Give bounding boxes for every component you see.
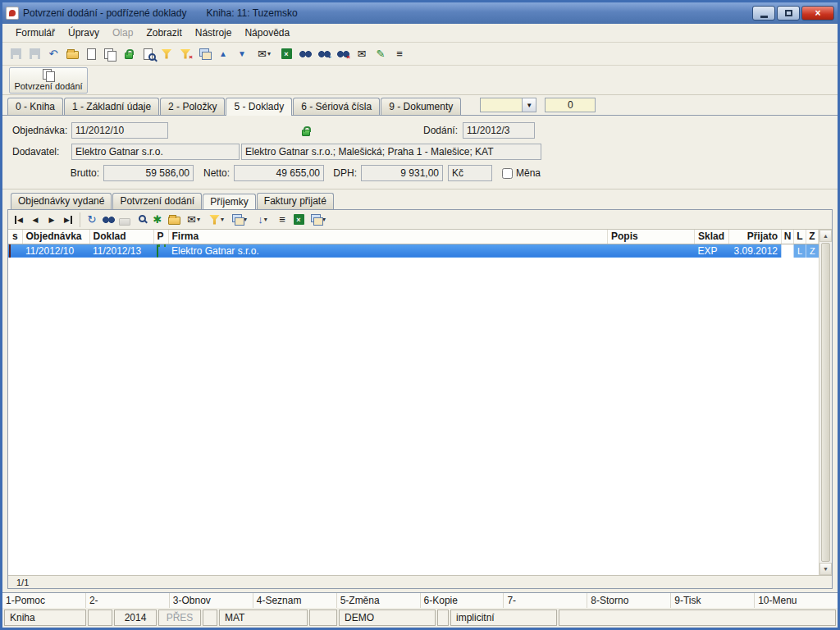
dph-field[interactable]: 9 931,00 [361, 165, 443, 181]
subtab-objednavky-vydane[interactable]: Objednávky vydané [11, 193, 112, 209]
tab-kniha[interactable]: 0 - Kniha [7, 98, 63, 115]
dodavatel-field[interactable]: Elektro Gatnar s.r.o. [71, 144, 240, 160]
cell-firma[interactable]: Elektro Gatnar s.r.o. [168, 244, 608, 258]
edit-note-button[interactable]: ✎ [372, 46, 389, 62]
fkey-8-storno[interactable]: 8-Storno [587, 593, 671, 608]
menu-formular[interactable]: Formulář [9, 25, 62, 41]
col-prijato[interactable]: Přijato [729, 230, 782, 244]
fkey-10-menu[interactable]: 10-Menu [755, 593, 838, 608]
tab-combo[interactable]: ▼ [480, 98, 536, 112]
preview-button[interactable] [139, 46, 156, 62]
open-button[interactable] [64, 46, 80, 62]
fkey-7[interactable]: 7- [504, 593, 587, 608]
grid-list-button[interactable]: ≡ [275, 212, 290, 227]
col-s[interactable]: s [8, 230, 22, 244]
col-sklad[interactable]: Sklad [695, 230, 729, 244]
tab-polozky[interactable]: 2 - Položky [160, 98, 225, 115]
import-button[interactable] [167, 212, 181, 227]
scroll-up-icon[interactable]: ▲ [819, 230, 832, 242]
grid-find-button[interactable] [101, 212, 116, 227]
tab-seriova-cisla[interactable]: 6 - Sériová čísla [293, 98, 380, 115]
menu-nastroje[interactable]: Nástroje [189, 25, 239, 41]
cell-sklad[interactable]: EXP [695, 244, 729, 258]
scroll-down-icon[interactable]: ▼ [819, 563, 832, 575]
currency-field[interactable]: Kč [448, 165, 492, 181]
dodavatel-full-field[interactable]: Elektro Gatnar s.r.o.; Malešická; Praha … [241, 144, 541, 160]
cell-prijato[interactable]: 3.09.2012 [729, 244, 782, 258]
grid-filter-button[interactable]: ▾ [206, 212, 227, 227]
send-menu-button[interactable]: ✉▾ [253, 46, 276, 62]
find-special-button[interactable]: × [335, 46, 351, 62]
fkey-6-kopie[interactable]: 6-Kopie [421, 593, 504, 608]
subtab-faktury-prijate[interactable]: Faktury přijaté [257, 193, 334, 209]
col-objednavka[interactable]: Objednávka [22, 230, 89, 244]
fkey-9-tisk[interactable]: 9-Tisk [671, 593, 755, 608]
col-firma[interactable]: Firma [168, 230, 608, 244]
fkey-5-zmena[interactable]: 5-Změna [337, 593, 421, 608]
move-down-button[interactable]: ▼ [234, 46, 250, 62]
subtab-potvrzeni-dodani[interactable]: Potvrzení dodání [112, 193, 202, 209]
cell-objednavka[interactable]: 11/2012/10 [22, 244, 89, 258]
cell-l[interactable]: L [794, 244, 806, 258]
grid-send-button[interactable]: ✉▾ [183, 212, 204, 227]
fkey-2[interactable]: 2- [86, 593, 170, 608]
col-l[interactable]: L [794, 230, 806, 244]
brutto-field[interactable]: 59 586,00 [103, 165, 194, 181]
mena-checkbox[interactable] [502, 168, 513, 179]
vertical-scrollbar[interactable]: ▲ ▼ [819, 230, 832, 575]
filter-clear-button[interactable]: × [177, 46, 194, 62]
col-doklad[interactable]: Doklad [89, 230, 153, 244]
zoom-in-button[interactable] [134, 212, 148, 227]
first-record-button[interactable]: ◀ [11, 212, 26, 227]
copy-button[interactable] [102, 46, 118, 62]
grid-sort-button[interactable]: ↓▾ [252, 212, 273, 227]
tab-doklady[interactable]: 5 - Doklady [226, 98, 292, 116]
subtab-prijemky[interactable]: Příjemky [203, 194, 256, 210]
grid-view-button[interactable]: ▾ [308, 212, 329, 227]
maximize-button[interactable] [777, 6, 800, 21]
last-record-button[interactable]: ▶ [61, 212, 75, 227]
netto-field[interactable]: 49 655,00 [234, 165, 324, 181]
lock-button[interactable] [121, 46, 137, 62]
menu-napoveda[interactable]: Nápověda [238, 25, 296, 41]
find-button[interactable] [297, 46, 313, 62]
move-up-button[interactable]: ▲ [215, 46, 231, 62]
export-excel-button[interactable]: × [278, 46, 294, 62]
combo-dropdown-button[interactable]: ▼ [523, 98, 536, 112]
scrollbar-thumb[interactable] [821, 243, 830, 562]
next-record-button[interactable]: ▶ [44, 212, 59, 227]
col-z[interactable]: Z [806, 230, 819, 244]
prev-record-button[interactable]: ◀ [28, 212, 43, 227]
col-n[interactable]: N [782, 230, 794, 244]
minimize-button[interactable] [752, 6, 775, 21]
cell-n[interactable] [782, 244, 794, 258]
filter-button[interactable] [158, 46, 175, 62]
menu-zobrazit[interactable]: Zobrazit [139, 25, 188, 41]
find-document-button[interactable]: + [316, 46, 332, 62]
fkey-4-seznam[interactable]: 4-Seznam [253, 593, 337, 608]
undo-button[interactable]: ↶ [45, 46, 62, 62]
col-p[interactable]: P [153, 230, 168, 244]
mail-button[interactable]: ✉ [354, 46, 370, 62]
tab-zakladni-udaje[interactable]: 1 - Základní údaje [64, 98, 159, 115]
grid-layout-button[interactable]: ▾ [229, 212, 250, 227]
new-button[interactable] [83, 46, 99, 62]
cell-p[interactable] [153, 244, 168, 258]
cell-z[interactable]: Z [806, 244, 819, 258]
dodani-field[interactable]: 11/2012/3 [463, 122, 535, 139]
grid-excel-button[interactable]: × [291, 212, 306, 227]
counter-field[interactable]: 0 [545, 98, 596, 112]
menu-lines-button[interactable]: ≡ [391, 46, 408, 62]
refresh-button[interactable]: ↻ [84, 212, 99, 227]
fkey-1-pomoc[interactable]: 1-Pomoc [2, 593, 86, 608]
tab-combo-field[interactable] [480, 98, 523, 112]
table-row[interactable]: 11/2012/10 11/2012/13 Elektro Gatnar s.r… [8, 244, 819, 258]
col-popis[interactable]: Popis [608, 230, 695, 244]
cell-doklad[interactable]: 11/2012/13 [89, 244, 153, 258]
tab-dokumenty[interactable]: 9 - Dokumenty [381, 98, 461, 115]
potvrzeni-dodani-button[interactable]: Potvrzení dodání [9, 67, 88, 94]
objednavka-field[interactable]: 11/2012/10 [71, 122, 168, 139]
close-button[interactable]: × [801, 6, 834, 21]
menu-upravy[interactable]: Úpravy [62, 25, 106, 41]
stack-button[interactable] [196, 46, 212, 62]
